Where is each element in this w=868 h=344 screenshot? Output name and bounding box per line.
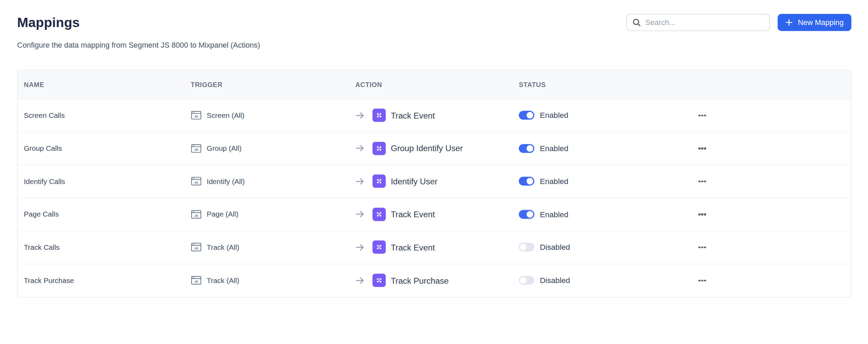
mixpanel-icon — [373, 109, 386, 122]
mapping-name: Page Calls — [24, 210, 59, 218]
table-row: Track Purchase JS Track (All) — [18, 264, 851, 297]
column-header-name: NAME — [18, 70, 185, 98]
svg-text:JS: JS — [194, 115, 198, 119]
mapping-action-cell: Track Event — [349, 231, 513, 263]
mapping-action-cell: Group Identify User — [349, 132, 513, 165]
table-header-row: NAME TRIGGER ACTION STATUS — [18, 70, 851, 99]
trigger-label: Group (All) — [207, 144, 242, 152]
column-header-status: STATUS — [513, 70, 690, 98]
status-toggle[interactable] — [519, 210, 534, 219]
mapping-status-cell: Enabled — [513, 165, 690, 198]
row-menu-button[interactable] — [696, 276, 708, 285]
plus-icon — [786, 19, 793, 26]
table-row: Group Calls JS Group (All) — [18, 132, 851, 165]
mapping-name: Screen Calls — [24, 111, 65, 120]
status-label: Disabled — [540, 276, 570, 285]
mappings-page: Mappings Configure the data mapping from… — [0, 0, 868, 344]
status-toggle[interactable] — [519, 177, 534, 186]
ellipsis-icon — [698, 280, 700, 282]
mapping-trigger-cell: JS Track (All) — [184, 231, 349, 263]
action-label: Track Event — [391, 243, 435, 252]
status-toggle[interactable] — [519, 243, 534, 252]
status-toggle[interactable] — [519, 111, 534, 120]
svg-text:JS: JS — [194, 280, 198, 283]
table-row: Track Calls JS Track (All) — [18, 231, 851, 264]
search-box — [627, 14, 770, 31]
status-toggle[interactable] — [519, 276, 534, 285]
arrow-right-icon — [355, 111, 364, 120]
mixpanel-icon — [373, 142, 386, 155]
svg-text:JS: JS — [194, 246, 198, 250]
page-subtitle: Configure the data mapping from Segment … — [17, 40, 851, 50]
row-menu-button[interactable] — [696, 144, 708, 152]
arrow-right-icon — [355, 144, 364, 153]
mapping-trigger-cell: JS Identify (All) — [184, 165, 349, 198]
mapping-menu-cell — [690, 264, 851, 297]
ellipsis-icon — [698, 147, 700, 149]
column-header-action: ACTION — [349, 70, 513, 98]
toggle-knob — [520, 277, 527, 284]
action-label: Track Purchase — [391, 276, 449, 285]
mapping-name-cell: Group Calls — [18, 132, 185, 165]
new-mapping-label: New Mapping — [798, 18, 843, 26]
status-label: Enabled — [540, 177, 568, 186]
mapping-name-cell: Page Calls — [18, 198, 185, 231]
ellipsis-icon — [698, 114, 700, 116]
mapping-menu-cell — [690, 132, 851, 165]
toggle-knob — [527, 178, 533, 184]
mapping-trigger-cell: JS Page (All) — [184, 198, 349, 231]
status-label: Enabled — [540, 144, 568, 153]
mixpanel-icon — [373, 208, 386, 221]
ellipsis-icon — [698, 213, 700, 215]
page-header: Mappings Configure the data mapping from… — [0, 0, 868, 50]
table-row: Page Calls JS Page (All) — [18, 198, 851, 231]
mixpanel-icon — [373, 274, 386, 287]
status-label: Enabled — [540, 210, 568, 219]
row-menu-button[interactable] — [696, 177, 708, 186]
table-row: Identify Calls JS Identify (All) — [18, 165, 851, 198]
svg-text:JS: JS — [194, 213, 198, 217]
mapping-name: Group Calls — [24, 144, 62, 152]
column-header-trigger: TRIGGER — [184, 70, 349, 98]
ellipsis-icon — [698, 246, 700, 248]
trigger-label: Screen (All) — [207, 111, 244, 120]
mapping-trigger-cell: JS Screen (All) — [184, 99, 349, 132]
status-label: Disabled — [540, 243, 570, 252]
trigger-label: Page (All) — [207, 210, 238, 218]
trigger-label: Identify (All) — [207, 177, 245, 185]
mapping-status-cell: Enabled — [513, 198, 690, 231]
mapping-name: Track Calls — [24, 243, 60, 251]
browser-js-icon: JS — [191, 209, 202, 220]
status-label: Enabled — [540, 111, 568, 120]
row-menu-button[interactable] — [696, 111, 708, 120]
mapping-trigger-cell: JS Track (All) — [184, 264, 349, 297]
ellipsis-icon — [698, 180, 700, 182]
action-label: Track Event — [391, 111, 435, 120]
mapping-action-cell: Track Event — [349, 99, 513, 132]
search-input[interactable] — [646, 18, 764, 26]
status-toggle[interactable] — [519, 144, 534, 153]
mixpanel-icon — [373, 241, 386, 254]
mapping-name: Identify Calls — [24, 177, 65, 185]
browser-js-icon: JS — [191, 275, 202, 286]
mapping-menu-cell — [690, 231, 851, 263]
table-body: Screen Calls JS Screen (All) — [18, 99, 851, 297]
trigger-label: Track (All) — [207, 276, 239, 284]
mapping-action-cell: Identify User — [349, 165, 513, 198]
column-header-menu — [690, 70, 851, 98]
arrow-right-icon — [355, 176, 364, 186]
mapping-status-cell: Disabled — [513, 231, 690, 263]
toggle-knob — [527, 211, 533, 218]
row-menu-button[interactable] — [696, 210, 708, 219]
mapping-status-cell: Disabled — [513, 264, 690, 297]
mixpanel-icon — [373, 175, 386, 188]
mapping-menu-cell — [690, 198, 851, 231]
mapping-menu-cell — [690, 165, 851, 198]
new-mapping-button[interactable]: New Mapping — [778, 14, 851, 31]
browser-js-icon: JS — [191, 242, 202, 253]
row-menu-button[interactable] — [696, 243, 708, 251]
mapping-action-cell: Track Purchase — [349, 264, 513, 297]
action-label: Identify User — [391, 176, 437, 186]
trigger-label: Track (All) — [207, 243, 239, 251]
toggle-knob — [520, 244, 527, 250]
